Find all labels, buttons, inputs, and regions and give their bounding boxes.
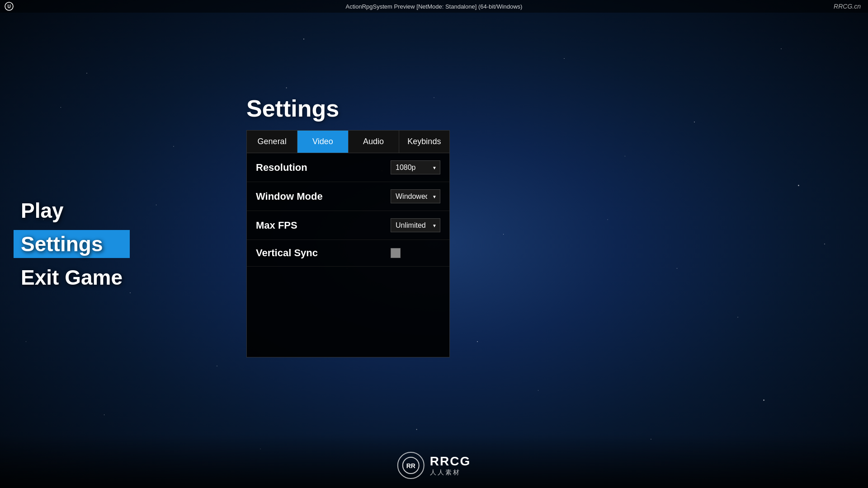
top-bar: U ActionRpgSystem Preview [NetMode: Stan… [0,0,868,13]
settings-content: Resolution 720p 1080p 1440p 4K Window Mo… [247,153,449,357]
resolution-select[interactable]: 720p 1080p 1440p 4K [391,160,440,174]
max-fps-select-wrapper: 30 60 120 144 Unlimited [391,218,440,232]
menu-item-settings[interactable]: Settings [14,230,130,258]
menu-item-play[interactable]: Play [14,197,130,225]
tab-video[interactable]: Video [297,131,348,153]
vertical-sync-checkbox[interactable] [391,248,401,258]
tab-general[interactable]: General [247,131,297,153]
setting-row-window-mode: Window Mode Windowed Fullscreen Borderle… [247,182,449,211]
setting-row-vertical-sync: Vertical Sync [247,240,449,267]
ue-logo-icon: U [5,2,14,11]
settings-panel: Settings General Video Audio Keybinds Re… [246,95,450,357]
window-title: ActionRpgSystem Preview [NetMode: Standa… [346,3,523,10]
logo-main-text: RRCG [430,454,471,469]
setting-row-max-fps: Max FPS 30 60 120 144 Unlimited [247,211,449,240]
settings-title: Settings [246,95,450,122]
svg-text:RR: RR [406,462,415,469]
watermark: RRCG.cn [834,3,861,10]
logo-text-group: RRCG 人人素材 [430,454,471,477]
window-mode-select[interactable]: Windowed Fullscreen Borderless [391,189,440,203]
vertical-sync-control [391,248,440,258]
vertical-sync-label: Vertical Sync [256,247,318,259]
max-fps-control: 30 60 120 144 Unlimited [391,218,440,232]
setting-row-resolution: Resolution 720p 1080p 1440p 4K [247,153,449,182]
left-menu: Play Settings Exit Game [14,197,130,291]
menu-item-exit-game[interactable]: Exit Game [14,263,130,291]
window-mode-control: Windowed Fullscreen Borderless [391,189,440,203]
max-fps-select[interactable]: 30 60 120 144 Unlimited [391,218,440,232]
tab-audio[interactable]: Audio [349,131,399,153]
bottom-logo: RR RRCG 人人素材 [397,452,471,479]
logo-sub-text: 人人素材 [430,469,471,477]
logo-svg: RR [402,456,420,474]
resolution-label: Resolution [256,162,307,174]
settings-box: General Video Audio Keybinds Resolution … [246,130,450,357]
window-mode-label: Window Mode [256,191,323,202]
max-fps-label: Max FPS [256,220,297,231]
window-mode-select-wrapper: Windowed Fullscreen Borderless [391,189,440,203]
svg-text:U: U [7,4,10,9]
settings-tabs: General Video Audio Keybinds [247,131,449,153]
resolution-select-wrapper: 720p 1080p 1440p 4K [391,160,440,174]
logo-circle-icon: RR [397,452,425,479]
settings-empty-space [247,267,449,357]
tab-keybinds[interactable]: Keybinds [399,131,449,153]
resolution-control: 720p 1080p 1440p 4K [391,160,440,174]
